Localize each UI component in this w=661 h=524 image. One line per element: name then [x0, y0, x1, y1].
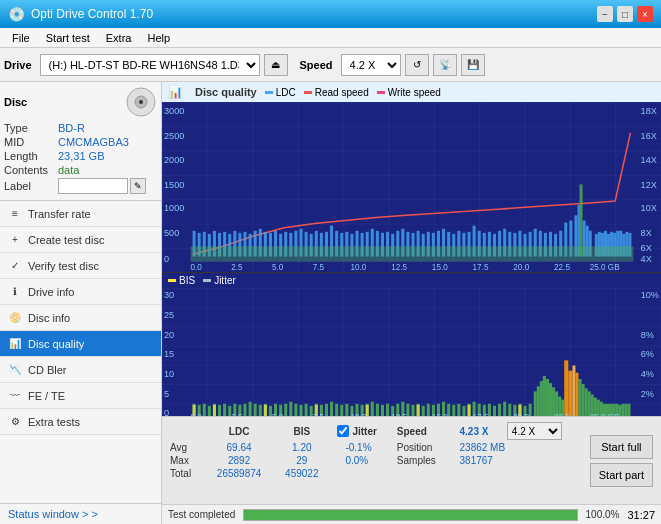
svg-rect-165: [299, 405, 302, 416]
disc-icon: [125, 86, 157, 118]
bottom-chart-container: 30 25 20 15 10 5 0 10% 8% 6% 4% 2%: [162, 288, 661, 416]
title-bar-controls: − □ ×: [597, 6, 653, 22]
svg-text:0.0: 0.0: [191, 413, 203, 416]
svg-rect-174: [345, 404, 348, 416]
svg-rect-211: [534, 391, 537, 416]
disc-type-row: Type BD-R: [4, 122, 157, 134]
menu-extra[interactable]: Extra: [98, 30, 140, 46]
svg-text:2.5: 2.5: [231, 413, 243, 416]
svg-text:0.0: 0.0: [191, 263, 203, 272]
start-part-button[interactable]: Start part: [590, 463, 653, 487]
ldc-legend-color: [265, 91, 273, 94]
svg-rect-241: [627, 404, 630, 416]
extra-tests-label: Extra tests: [28, 416, 80, 428]
menu-file[interactable]: File: [4, 30, 38, 46]
svg-text:6%: 6%: [641, 349, 654, 359]
sidebar-item-transfer-rate[interactable]: ≡ Transfer rate: [0, 201, 161, 227]
speed-select[interactable]: 4.2 X: [341, 54, 401, 76]
max-label: Max: [168, 454, 204, 467]
svg-rect-190: [427, 404, 430, 416]
samples-label: Samples: [393, 454, 456, 467]
maximize-button[interactable]: □: [617, 6, 633, 22]
svg-rect-224: [575, 373, 578, 416]
total-label: Total: [168, 467, 204, 480]
stats-bar: LDC BIS Jitter Speed 4.23 X 4.2: [162, 416, 661, 504]
svg-text:14X: 14X: [641, 155, 657, 165]
chart-header: 📊 Disc quality LDC Read speed Write spee…: [162, 82, 661, 102]
progress-time: 31:27: [627, 509, 655, 521]
save-button[interactable]: 💾: [461, 54, 485, 76]
refresh-button[interactable]: ↺: [405, 54, 429, 76]
svg-text:5: 5: [164, 388, 169, 398]
status-window-button[interactable]: Status window > >: [0, 503, 161, 524]
sidebar-item-cd-bler[interactable]: 📉 CD Bler: [0, 357, 161, 383]
svg-rect-216: [549, 383, 552, 416]
svg-rect-149: [218, 405, 221, 416]
svg-rect-155: [249, 402, 252, 416]
svg-text:15: 15: [164, 349, 174, 359]
length-value: 23,31 GB: [58, 150, 104, 162]
scan-button[interactable]: 📡: [433, 54, 457, 76]
svg-text:4%: 4%: [641, 369, 654, 379]
total-ldc: 26589874: [204, 467, 274, 480]
svg-text:5.0: 5.0: [272, 413, 284, 416]
sidebar-item-disc-quality[interactable]: 📊 Disc quality: [0, 331, 161, 357]
drive-info-icon: ℹ: [8, 285, 22, 299]
svg-rect-170: [325, 404, 328, 416]
sidebar: Disc Type BD-R MID CMCMAGBA3 Length 23,3…: [0, 82, 162, 524]
svg-rect-226: [582, 384, 585, 416]
svg-text:30: 30: [164, 290, 174, 300]
svg-rect-189: [422, 406, 425, 416]
menu-help[interactable]: Help: [139, 30, 178, 46]
sidebar-item-drive-info[interactable]: ℹ Drive info: [0, 279, 161, 305]
svg-rect-181: [381, 405, 384, 416]
speed-stat-select[interactable]: 4.2 X: [507, 422, 562, 440]
position-value: 23862 MB: [456, 441, 584, 454]
sidebar-item-disc-info[interactable]: 📀 Disc info: [0, 305, 161, 331]
close-button[interactable]: ×: [637, 6, 653, 22]
svg-rect-196: [457, 404, 460, 416]
action-buttons: Start full Start part: [586, 419, 657, 502]
disc-header: Disc: [4, 86, 157, 118]
svg-rect-154: [243, 404, 246, 416]
nav-buttons: ≡ Transfer rate + Create test disc ✓ Ver…: [0, 201, 161, 435]
disc-contents-row: Contents data: [4, 164, 157, 176]
max-jitter: 0.0%: [329, 454, 392, 467]
sidebar-item-create-test-disc[interactable]: + Create test disc: [0, 227, 161, 253]
svg-rect-182: [386, 404, 389, 416]
chart-title: Disc quality: [195, 86, 257, 98]
contents-label: Contents: [4, 164, 58, 176]
sidebar-item-fe-te[interactable]: 〰 FE / TE: [0, 383, 161, 409]
extra-tests-icon: ⚙: [8, 415, 22, 429]
sidebar-item-verify-test-disc[interactable]: ✓ Verify test disc: [0, 253, 161, 279]
avg-bis: 1.20: [274, 441, 329, 454]
progress-bar-section: Test completed 100.0% 31:27: [162, 504, 661, 524]
disc-quality-label: Disc quality: [28, 338, 84, 350]
drive-select[interactable]: (H:) HL-DT-ST BD-RE WH16NS48 1.D3: [40, 54, 260, 76]
svg-text:15.0: 15.0: [432, 263, 448, 272]
label-edit-button[interactable]: ✎: [130, 178, 146, 194]
menu-start-test[interactable]: Start test: [38, 30, 98, 46]
disc-info-icon: 📀: [8, 311, 22, 325]
contents-value: data: [58, 164, 79, 176]
write-speed-legend-label: Write speed: [388, 87, 441, 98]
jitter-checkbox[interactable]: [337, 425, 349, 437]
svg-text:1000: 1000: [164, 203, 184, 213]
svg-text:12X: 12X: [641, 179, 657, 189]
svg-rect-197: [462, 406, 465, 416]
svg-text:3000: 3000: [164, 106, 184, 116]
write-speed-legend-color: [377, 91, 385, 94]
svg-rect-248: [468, 405, 471, 416]
label-input[interactable]: [58, 178, 128, 194]
jitter-legend-color: [203, 279, 211, 282]
start-full-button[interactable]: Start full: [590, 435, 653, 459]
sidebar-item-extra-tests[interactable]: ⚙ Extra tests: [0, 409, 161, 435]
svg-rect-180: [376, 404, 379, 416]
svg-text:2000: 2000: [164, 155, 184, 165]
svg-rect-116: [191, 246, 634, 261]
svg-rect-203: [493, 406, 496, 416]
eject-button[interactable]: ⏏: [264, 54, 288, 76]
minimize-button[interactable]: −: [597, 6, 613, 22]
disc-info-label: Disc info: [28, 312, 70, 324]
svg-text:7.5: 7.5: [313, 263, 325, 272]
